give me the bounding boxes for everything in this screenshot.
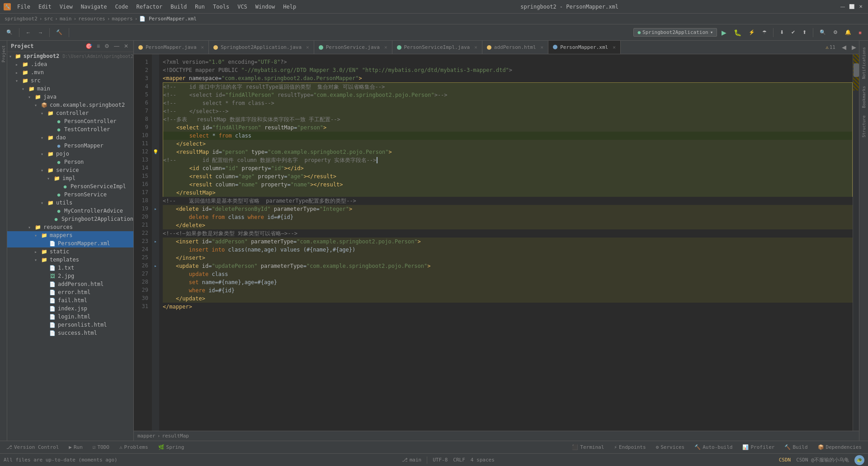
menu-code[interactable]: Code xyxy=(112,3,132,11)
tab-add-person-html[interactable]: addPerson.html ✕ xyxy=(482,41,548,54)
tree-item-java[interactable]: ▾ 📁 java xyxy=(7,93,133,101)
bottom-tab-run[interactable]: ▶ Run xyxy=(64,443,87,451)
tree-item-login-html[interactable]: 📄 login.html xyxy=(7,313,133,321)
editor-scrollbar[interactable] xyxy=(853,54,859,431)
toolbar-forward[interactable]: → xyxy=(35,29,46,36)
scrollbar-thumb[interactable] xyxy=(854,63,859,77)
tree-item-impl[interactable]: ▾ 📁 impl xyxy=(7,174,133,182)
menu-view[interactable]: View xyxy=(56,3,76,11)
breadcrumb-main[interactable]: main xyxy=(60,16,72,22)
toolbar-stop[interactable]: ■ xyxy=(856,29,864,36)
tree-item-person-mapper-java[interactable]: ● PersonMapper xyxy=(7,142,133,150)
marker-12[interactable]: 💡 xyxy=(152,147,159,156)
marker-26[interactable]: ▸ xyxy=(152,262,159,270)
menu-navigate[interactable]: Navigate xyxy=(77,3,111,11)
tree-item-resources[interactable]: ▾ 📁 resources xyxy=(7,223,133,231)
side-tab-bookmarks[interactable]: Bookmarks xyxy=(861,83,867,111)
tab-close-button[interactable]: ✕ xyxy=(474,44,477,50)
tree-item-person-mapper-xml[interactable]: 📄 PersonMapper.xml xyxy=(7,239,133,247)
tree-item-idea[interactable]: ▸ 📁 .idea xyxy=(7,60,133,68)
marker-19[interactable]: ▸ xyxy=(152,204,159,213)
menu-vcs[interactable]: VCS xyxy=(234,3,251,11)
menu-file[interactable]: File xyxy=(14,3,34,11)
menu-refactor[interactable]: Refactor xyxy=(132,3,166,11)
tab-person-service-java[interactable]: PersonService.java ✕ xyxy=(314,41,392,54)
toolbar-run-button[interactable]: ▶ xyxy=(719,28,729,37)
sidebar-locate-button[interactable]: 🎯 xyxy=(84,43,94,50)
bottom-tab-terminal[interactable]: ⬛ Terminal xyxy=(567,443,609,451)
tab-close-button[interactable]: ✕ xyxy=(541,44,544,50)
maximize-button[interactable]: ⬜ xyxy=(848,3,855,10)
menu-run[interactable]: Run xyxy=(191,3,208,11)
status-indent[interactable]: 4 spaces xyxy=(471,457,495,463)
tree-item-person-service[interactable]: ● PersonService xyxy=(7,190,133,199)
toolbar-coverage-button[interactable]: ☂ xyxy=(760,29,769,36)
bottom-tab-spring[interactable]: 🌿 Spring xyxy=(154,443,189,451)
toolbar-notifications[interactable]: 🔔 xyxy=(842,29,854,36)
status-git[interactable]: ⎇ main xyxy=(402,457,422,463)
bottom-tab-auto-build[interactable]: 🔨 Auto-build xyxy=(690,443,737,451)
tree-item-1txt[interactable]: 📄 1.txt xyxy=(7,264,133,272)
toolbar-search[interactable]: 🔍 xyxy=(817,29,829,36)
tree-item-my-controller-advice[interactable]: ● MyControllerAdvice xyxy=(7,207,133,215)
tree-item-person-controller[interactable]: ● PersonController xyxy=(7,117,133,125)
tree-item-src[interactable]: ▾ 📁 src xyxy=(7,76,133,85)
tree-item-index-jsp[interactable]: 📄 index.jsp xyxy=(7,304,133,313)
status-line-sep[interactable]: CRLF xyxy=(453,457,465,463)
toolbar-profile-button[interactable]: ⚡ xyxy=(746,29,758,36)
side-tab-notifications[interactable]: Notifications xyxy=(861,44,867,81)
bottom-tab-version-control[interactable]: ⎇ Version Control xyxy=(2,443,63,451)
tree-item-main[interactable]: ▾ 📁 main xyxy=(7,85,133,93)
side-tab-structure[interactable]: Structure xyxy=(861,113,867,140)
tree-item-templates[interactable]: ▾ 📁 templates xyxy=(7,256,133,264)
marker-23[interactable]: ▸ xyxy=(152,237,159,245)
tree-item-root[interactable]: ▾ 📁 springboot2 D:\Users\Admin\springboo… xyxy=(7,52,133,60)
breadcrumb-mappers[interactable]: mappers xyxy=(112,16,132,22)
toolbar-search-everywhere[interactable]: 🔍 xyxy=(4,29,15,36)
toolbar-git-commit[interactable]: ✔ xyxy=(788,29,798,36)
sidebar-close-button[interactable]: — xyxy=(113,43,121,50)
breadcrumb-resources[interactable]: resources xyxy=(78,16,105,22)
menu-help[interactable]: Help xyxy=(279,3,300,11)
bottom-tab-endpoints[interactable]: ⚡ Endpoints xyxy=(609,443,650,451)
sidebar-settings-button[interactable]: ⚙ xyxy=(103,43,111,50)
tab-close-button[interactable]: ✕ xyxy=(201,44,204,50)
tree-item-mvn[interactable]: ▸ 📁 .mvn xyxy=(7,68,133,76)
tree-item-springboot2-app[interactable]: ● Springboot2Application xyxy=(7,215,133,223)
breadcrumb-src[interactable]: src xyxy=(44,16,53,22)
tree-item-success-html[interactable]: 📄 success.html xyxy=(7,329,133,337)
toolbar-build[interactable]: 🔨 xyxy=(53,29,65,36)
editor-scroll-left[interactable]: ◀ xyxy=(839,41,849,54)
tree-item-dao[interactable]: ▾ 📁 dao xyxy=(7,133,133,142)
menu-build[interactable]: Build xyxy=(167,3,190,11)
breadcrumb-result-map[interactable]: resultMap xyxy=(162,433,189,439)
tree-item-test-controller[interactable]: ● TestController xyxy=(7,125,133,133)
tab-close-button[interactable]: ✕ xyxy=(384,44,387,50)
tree-item-mappers[interactable]: ▾ 📁 mappers xyxy=(7,231,133,239)
tab-person-mapper-xml[interactable]: PersonMapper.xml ✕ xyxy=(548,41,621,54)
close-button[interactable]: ✕ xyxy=(857,3,864,10)
tree-item-fail-html[interactable]: 📄 fail.html xyxy=(7,296,133,304)
tree-item-2jpg[interactable]: 🖼 2.jpg xyxy=(7,272,133,280)
editor-scroll-right[interactable]: ▶ xyxy=(849,41,859,54)
toolbar-debug-button[interactable]: 🐛 xyxy=(731,28,744,37)
tree-item-pojo[interactable]: ▾ 📁 pojo xyxy=(7,150,133,158)
tree-item-controller[interactable]: ▾ 📁 controller xyxy=(7,109,133,117)
breadcrumb-mapper[interactable]: mapper xyxy=(137,433,156,439)
tab-close-button[interactable]: ✕ xyxy=(613,44,616,50)
breadcrumb-springboot2[interactable]: springboot2 xyxy=(5,16,38,22)
toolbar-back[interactable]: ← xyxy=(23,29,33,36)
bottom-tab-problems[interactable]: ⚠ Problems xyxy=(115,443,153,451)
tree-item-add-person-html[interactable]: 📄 addPerson.html xyxy=(7,280,133,288)
code-area[interactable]: <?xml version="1.0" encoding="UTF-8"?> <… xyxy=(159,54,853,431)
bottom-tab-build[interactable]: 🔨 Build xyxy=(780,443,812,451)
bottom-tab-dependencies[interactable]: 📦 Dependencies xyxy=(813,443,866,451)
sidebar-collapse-button[interactable]: ≡ xyxy=(95,43,101,50)
sidebar-pin-button[interactable]: ✕ xyxy=(123,43,130,50)
tab-springboot2-application[interactable]: Springboot2Application.java ✕ xyxy=(209,41,314,54)
toolbar-git-update[interactable]: ⬇ xyxy=(777,29,787,36)
tree-item-person[interactable]: ● Person xyxy=(7,158,133,166)
tree-item-error-html[interactable]: 📄 error.html xyxy=(7,288,133,296)
tree-item-package[interactable]: ▾ 📦 com.example.springboot2 xyxy=(7,101,133,109)
tree-item-personlist-html[interactable]: 📄 personlist.html xyxy=(7,321,133,329)
